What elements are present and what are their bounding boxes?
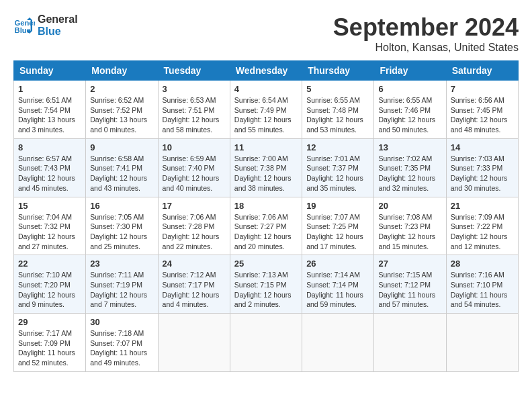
day-info: Sunrise: 7:00 AMSunset: 7:38 PMDaylight:… — [234, 154, 298, 193]
calendar-cell: 21Sunrise: 7:09 AMSunset: 7:22 PMDayligh… — [446, 197, 518, 255]
calendar-week-5: 29Sunrise: 7:17 AMSunset: 7:09 PMDayligh… — [14, 314, 519, 372]
day-number: 23 — [90, 259, 153, 269]
day-number: 6 — [378, 84, 441, 94]
calendar-cell: 9Sunrise: 6:58 AMSunset: 7:41 PMDaylight… — [86, 138, 158, 197]
day-info: Sunrise: 6:51 AMSunset: 7:54 PMDaylight:… — [18, 95, 81, 135]
calendar-cell: 15Sunrise: 7:04 AMSunset: 7:32 PMDayligh… — [14, 197, 86, 255]
col-header-thursday: Thursday — [302, 61, 374, 81]
day-number: 15 — [18, 201, 81, 211]
day-number: 4 — [234, 84, 298, 94]
day-info: Sunrise: 7:09 AMSunset: 7:22 PMDaylight:… — [451, 212, 514, 252]
calendar-cell: 3Sunrise: 6:53 AMSunset: 7:51 PMDaylight… — [158, 81, 230, 139]
day-number: 26 — [306, 259, 369, 269]
day-info: Sunrise: 6:52 AMSunset: 7:52 PMDaylight:… — [90, 95, 153, 135]
calendar-cell: 22Sunrise: 7:10 AMSunset: 7:20 PMDayligh… — [14, 255, 86, 314]
day-info: Sunrise: 6:57 AMSunset: 7:43 PMDaylight:… — [18, 154, 81, 193]
calendar-cell: 13Sunrise: 7:02 AMSunset: 7:35 PMDayligh… — [374, 138, 446, 197]
day-number: 30 — [90, 317, 153, 327]
logo-icon: General Blue — [13, 15, 35, 36]
logo: General Blue General Blue — [13, 13, 78, 37]
calendar-week-3: 15Sunrise: 7:04 AMSunset: 7:32 PMDayligh… — [14, 197, 519, 255]
calendar-cell: 2Sunrise: 6:52 AMSunset: 7:52 PMDaylight… — [86, 81, 158, 139]
calendar-cell: 10Sunrise: 6:59 AMSunset: 7:40 PMDayligh… — [158, 138, 230, 197]
day-info: Sunrise: 7:05 AMSunset: 7:30 PMDaylight:… — [90, 212, 153, 252]
calendar-cell: 19Sunrise: 7:07 AMSunset: 7:25 PMDayligh… — [302, 197, 374, 255]
calendar-cell: 4Sunrise: 6:54 AMSunset: 7:49 PMDaylight… — [230, 81, 302, 139]
day-number: 20 — [378, 201, 441, 211]
day-number: 7 — [451, 84, 514, 94]
calendar-week-1: 1Sunrise: 6:51 AMSunset: 7:54 PMDaylight… — [14, 81, 519, 139]
day-info: Sunrise: 6:58 AMSunset: 7:41 PMDaylight:… — [90, 154, 153, 193]
calendar-cell: 28Sunrise: 7:16 AMSunset: 7:10 PMDayligh… — [446, 255, 518, 314]
day-info: Sunrise: 7:15 AMSunset: 7:12 PMDaylight:… — [378, 270, 441, 310]
calendar-cell: 8Sunrise: 6:57 AMSunset: 7:43 PMDaylight… — [14, 138, 86, 197]
day-info: Sunrise: 7:07 AMSunset: 7:25 PMDaylight:… — [306, 212, 369, 252]
calendar-cell: 23Sunrise: 7:11 AMSunset: 7:19 PMDayligh… — [86, 255, 158, 314]
calendar-cell: 27Sunrise: 7:15 AMSunset: 7:12 PMDayligh… — [374, 255, 446, 314]
svg-text:Blue: Blue — [15, 26, 31, 34]
col-header-wednesday: Wednesday — [230, 61, 302, 81]
day-number: 21 — [451, 201, 514, 211]
calendar-cell — [230, 314, 302, 372]
calendar-cell: 30Sunrise: 7:18 AMSunset: 7:07 PMDayligh… — [86, 314, 158, 372]
calendar-cell: 6Sunrise: 6:55 AMSunset: 7:46 PMDaylight… — [374, 81, 446, 139]
day-number: 18 — [234, 201, 298, 211]
day-info: Sunrise: 6:53 AMSunset: 7:51 PMDaylight:… — [163, 95, 226, 135]
col-header-monday: Monday — [86, 61, 158, 81]
day-info: Sunrise: 7:14 AMSunset: 7:14 PMDaylight:… — [306, 270, 369, 310]
day-number: 27 — [378, 259, 441, 269]
col-header-sunday: Sunday — [14, 61, 86, 81]
day-info: Sunrise: 7:06 AMSunset: 7:27 PMDaylight:… — [234, 212, 298, 252]
day-number: 1 — [18, 84, 81, 94]
calendar-cell: 12Sunrise: 7:01 AMSunset: 7:37 PMDayligh… — [302, 138, 374, 197]
calendar-cell: 14Sunrise: 7:03 AMSunset: 7:33 PMDayligh… — [446, 138, 518, 197]
calendar-cell: 11Sunrise: 7:00 AMSunset: 7:38 PMDayligh… — [230, 138, 302, 197]
calendar-cell: 17Sunrise: 7:06 AMSunset: 7:28 PMDayligh… — [158, 197, 230, 255]
day-info: Sunrise: 7:18 AMSunset: 7:07 PMDaylight:… — [90, 328, 153, 368]
day-number: 14 — [451, 142, 514, 152]
day-number: 17 — [163, 201, 226, 211]
day-info: Sunrise: 6:59 AMSunset: 7:40 PMDaylight:… — [163, 154, 226, 193]
day-number: 22 — [18, 259, 81, 269]
calendar-week-2: 8Sunrise: 6:57 AMSunset: 7:43 PMDaylight… — [14, 138, 519, 197]
col-header-friday: Friday — [374, 61, 446, 81]
day-info: Sunrise: 7:01 AMSunset: 7:37 PMDaylight:… — [306, 154, 369, 193]
day-info: Sunrise: 7:11 AMSunset: 7:19 PMDaylight:… — [90, 270, 153, 310]
calendar-cell: 26Sunrise: 7:14 AMSunset: 7:14 PMDayligh… — [302, 255, 374, 314]
page-title: September 2024 — [333, 13, 519, 42]
day-number: 28 — [451, 259, 514, 269]
calendar-cell: 1Sunrise: 6:51 AMSunset: 7:54 PMDaylight… — [14, 81, 86, 139]
day-number: 2 — [90, 84, 153, 94]
logo-blue: Blue — [38, 26, 78, 38]
day-number: 9 — [90, 142, 153, 152]
day-number: 12 — [306, 142, 369, 152]
day-info: Sunrise: 7:16 AMSunset: 7:10 PMDaylight:… — [451, 270, 514, 310]
calendar-cell: 29Sunrise: 7:17 AMSunset: 7:09 PMDayligh… — [14, 314, 86, 372]
calendar-cell — [446, 314, 518, 372]
day-number: 13 — [378, 142, 441, 152]
day-info: Sunrise: 7:12 AMSunset: 7:17 PMDaylight:… — [163, 270, 226, 310]
calendar-cell: 5Sunrise: 6:55 AMSunset: 7:48 PMDaylight… — [302, 81, 374, 139]
logo-general: General — [38, 13, 78, 26]
calendar-cell — [302, 314, 374, 372]
calendar-cell — [374, 314, 446, 372]
page-header: General Blue General Blue September 2024… — [13, 13, 519, 54]
day-info: Sunrise: 7:02 AMSunset: 7:35 PMDaylight:… — [378, 154, 441, 193]
day-number: 19 — [306, 201, 369, 211]
calendar-week-4: 22Sunrise: 7:10 AMSunset: 7:20 PMDayligh… — [14, 255, 519, 314]
col-header-tuesday: Tuesday — [158, 61, 230, 81]
calendar-header-row: SundayMondayTuesdayWednesdayThursdayFrid… — [14, 61, 519, 81]
day-info: Sunrise: 7:17 AMSunset: 7:09 PMDaylight:… — [18, 328, 81, 368]
day-number: 3 — [163, 84, 226, 94]
page-subtitle: Holton, Kansas, United States — [333, 42, 519, 54]
day-info: Sunrise: 7:10 AMSunset: 7:20 PMDaylight:… — [18, 270, 81, 310]
title-block: September 2024 Holton, Kansas, United St… — [333, 13, 519, 54]
day-number: 24 — [163, 259, 226, 269]
calendar-cell: 7Sunrise: 6:56 AMSunset: 7:45 PMDaylight… — [446, 81, 518, 139]
day-info: Sunrise: 7:13 AMSunset: 7:15 PMDaylight:… — [234, 270, 298, 310]
day-number: 5 — [306, 84, 369, 94]
calendar-table: SundayMondayTuesdayWednesdayThursdayFrid… — [13, 60, 519, 372]
day-info: Sunrise: 7:04 AMSunset: 7:32 PMDaylight:… — [18, 212, 81, 252]
day-info: Sunrise: 6:55 AMSunset: 7:46 PMDaylight:… — [378, 95, 441, 135]
calendar-cell: 18Sunrise: 7:06 AMSunset: 7:27 PMDayligh… — [230, 197, 302, 255]
